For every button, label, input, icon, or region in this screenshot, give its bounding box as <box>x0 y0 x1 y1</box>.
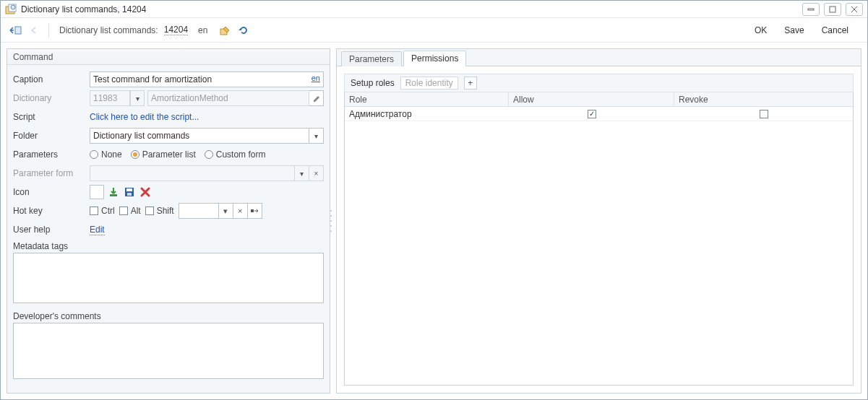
script-label: Script <box>13 112 90 122</box>
radio-param-list[interactable]: Parameter list <box>131 149 196 160</box>
parameters-label: Parameters <box>13 149 90 160</box>
window: Dictionary list commands, 14204 Dictiona… <box>0 0 868 400</box>
add-role-button[interactable]: + <box>464 77 477 90</box>
hotkey-alt-check[interactable]: Alt <box>119 206 141 216</box>
maximize-button[interactable] <box>824 3 841 16</box>
hotkey-capture[interactable] <box>248 203 262 219</box>
userhelp-link[interactable]: Edit <box>90 225 105 235</box>
tabs: Parameters Permissions <box>337 49 861 66</box>
setup-roles-label: Setup roles <box>351 78 395 88</box>
svg-rect-12 <box>127 193 132 196</box>
revoke-cell[interactable] <box>674 110 853 118</box>
splitter-handle[interactable] <box>329 210 333 232</box>
svg-rect-9 <box>110 194 117 196</box>
right-panel: Parameters Permissions Setup roles Role … <box>336 48 861 394</box>
svg-rect-3 <box>808 9 814 10</box>
hotkey-label: Hot key <box>13 206 90 216</box>
group-title: Command <box>7 49 330 65</box>
parameters-radios: None Parameter list Custom form <box>90 149 265 160</box>
col-role[interactable]: Role <box>345 92 509 106</box>
parameter-form-dropdown: ▾ <box>295 165 309 181</box>
parameter-form-clear: × <box>309 165 324 181</box>
userhelp-label: User help <box>13 225 90 235</box>
hotkey-ctrl-check[interactable]: Ctrl <box>90 206 115 216</box>
allow-cell[interactable] <box>509 110 674 118</box>
metadata-label: Metadata tags <box>13 241 324 251</box>
cancel-button[interactable]: Cancel <box>822 25 848 35</box>
devcomments-textarea[interactable] <box>13 323 324 379</box>
parameter-form-input <box>90 165 295 181</box>
tab-permissions[interactable]: Permissions <box>403 51 466 66</box>
script-link[interactable]: Click here to edit the script... <box>90 112 199 122</box>
radio-none[interactable]: None <box>90 149 122 160</box>
folder-dropdown-button[interactable]: ▾ <box>309 128 324 144</box>
radio-custom-form[interactable]: Custom form <box>205 149 266 160</box>
parameter-form-label: Parameter form <box>13 168 90 178</box>
edit-icon[interactable] <box>218 23 232 38</box>
folder-label: Folder <box>13 131 90 141</box>
ok-button[interactable]: OK <box>755 25 767 35</box>
hotkey-clear[interactable]: × <box>233 203 248 219</box>
col-revoke[interactable]: Revoke <box>674 92 853 106</box>
dictionary-id-input: 11983 <box>90 90 130 106</box>
dictionary-label: Dictionary <box>13 93 90 103</box>
hotkey-key-input[interactable] <box>179 203 219 219</box>
caption-value: Test command for amortization <box>93 74 212 84</box>
minimize-button[interactable] <box>802 3 820 16</box>
close-button[interactable] <box>846 3 863 16</box>
svg-point-2 <box>11 5 15 9</box>
nav-back-icon[interactable] <box>27 23 41 38</box>
window-title: Dictionary list commands, 14204 <box>21 4 146 14</box>
svg-rect-13 <box>251 209 254 212</box>
save-icon-icon[interactable] <box>123 186 136 199</box>
back-new-icon[interactable] <box>8 23 22 38</box>
refresh-icon[interactable] <box>236 23 251 38</box>
dictionary-id-dropdown: ▾ <box>130 90 145 106</box>
role-identity-input[interactable]: Role identity <box>400 77 458 90</box>
icon-preview <box>90 185 104 199</box>
hotkey-dropdown[interactable]: ▾ <box>219 203 233 219</box>
svg-rect-4 <box>830 6 835 12</box>
hotkey-shift-check[interactable]: Shift <box>145 206 174 216</box>
allow-checkbox[interactable] <box>588 110 596 118</box>
breadcrumb-label: Dictionary list commands: <box>59 25 158 35</box>
breadcrumb-lang: en <box>198 25 207 35</box>
import-icon[interactable] <box>107 186 120 199</box>
dictionary-name-input: AmortizationMethod <box>147 90 309 106</box>
caption-lang-chip[interactable]: en <box>311 74 320 82</box>
toolbar: Dictionary list commands: 14204 en OK Sa… <box>1 18 867 43</box>
roles-toolbar: Setup roles Role identity + <box>344 74 854 92</box>
folder-input[interactable]: Dictionary list commands <box>90 128 309 144</box>
dictionary-edit-button[interactable] <box>309 90 324 106</box>
revoke-checkbox[interactable] <box>760 110 768 118</box>
roles-grid: Role Allow Revoke Администратор <box>344 92 854 386</box>
caption-label: Caption <box>13 74 90 84</box>
icon-label: Icon <box>13 187 90 197</box>
svg-rect-7 <box>15 27 21 34</box>
caption-input[interactable]: Test command for amortization en <box>90 71 324 87</box>
tab-parameters[interactable]: Parameters <box>341 51 402 66</box>
table-row[interactable]: Администратор <box>345 107 853 121</box>
svg-rect-11 <box>126 188 132 191</box>
titlebar: Dictionary list commands, 14204 <box>1 1 867 18</box>
delete-icon-icon[interactable] <box>139 186 152 199</box>
devcomments-label: Developer's comments <box>13 311 324 321</box>
breadcrumb-id[interactable]: 14204 <box>164 25 188 35</box>
metadata-textarea[interactable] <box>13 253 324 303</box>
role-cell: Администратор <box>345 109 509 119</box>
command-panel: Command Caption Test command for amortiz… <box>7 48 330 394</box>
save-button[interactable]: Save <box>784 25 804 35</box>
col-allow[interactable]: Allow <box>509 92 674 106</box>
app-icon <box>5 4 17 15</box>
